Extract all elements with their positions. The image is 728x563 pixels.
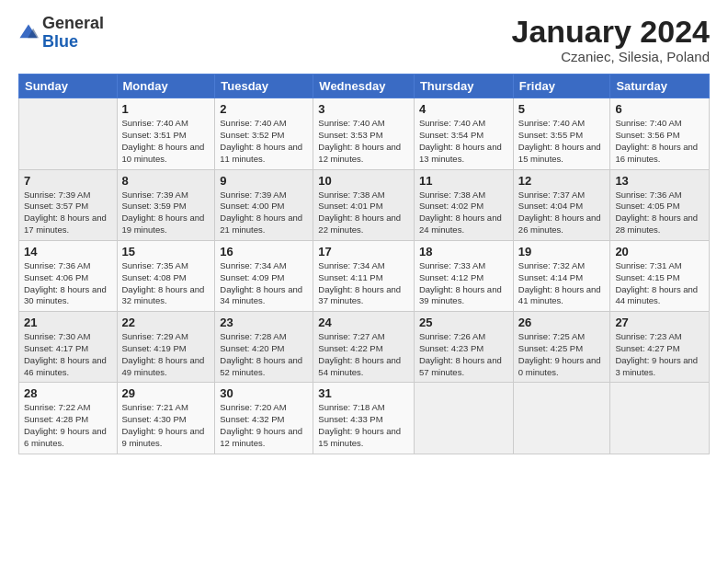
day-number: 18 bbox=[419, 245, 508, 259]
day-info: Sunrise: 7:29 AMSunset: 4:19 PMDaylight:… bbox=[122, 331, 210, 378]
table-row: 4Sunrise: 7:40 AMSunset: 3:54 PMDaylight… bbox=[414, 98, 513, 169]
day-number: 7 bbox=[24, 174, 112, 188]
table-row: 30Sunrise: 7:20 AMSunset: 4:32 PMDayligh… bbox=[215, 383, 313, 454]
day-info: Sunrise: 7:35 AMSunset: 4:08 PMDaylight:… bbox=[122, 260, 210, 307]
day-info: Sunrise: 7:40 AMSunset: 3:55 PMDaylight:… bbox=[518, 118, 606, 165]
day-info: Sunrise: 7:34 AMSunset: 4:09 PMDaylight:… bbox=[220, 260, 308, 307]
col-tuesday: Tuesday bbox=[215, 75, 313, 98]
day-info: Sunrise: 7:36 AMSunset: 4:05 PMDaylight:… bbox=[615, 190, 704, 236]
col-thursday: Thursday bbox=[414, 75, 513, 98]
col-friday: Friday bbox=[513, 75, 610, 98]
calendar-week-1: 1Sunrise: 7:40 AMSunset: 3:51 PMDaylight… bbox=[19, 98, 710, 169]
logo-general: General bbox=[42, 14, 104, 32]
table-row: 9Sunrise: 7:39 AMSunset: 4:00 PMDaylight… bbox=[215, 169, 313, 240]
col-wednesday: Wednesday bbox=[313, 75, 415, 98]
day-number: 6 bbox=[615, 102, 704, 116]
day-info: Sunrise: 7:30 AMSunset: 4:17 PMDaylight:… bbox=[24, 331, 112, 378]
calendar-header-row: Sunday Monday Tuesday Wednesday Thursday… bbox=[19, 75, 710, 98]
table-row: 28Sunrise: 7:22 AMSunset: 4:28 PMDayligh… bbox=[19, 383, 118, 454]
day-info: Sunrise: 7:23 AMSunset: 4:27 PMDaylight:… bbox=[615, 331, 704, 378]
day-info: Sunrise: 7:33 AMSunset: 4:12 PMDaylight:… bbox=[419, 260, 508, 307]
day-info: Sunrise: 7:36 AMSunset: 4:06 PMDaylight:… bbox=[24, 260, 112, 307]
location-subtitle: Czaniec, Silesia, Poland bbox=[512, 49, 711, 64]
day-number: 31 bbox=[318, 386, 409, 400]
day-number: 25 bbox=[419, 316, 508, 329]
day-info: Sunrise: 7:38 AMSunset: 4:02 PMDaylight:… bbox=[419, 190, 508, 236]
day-info: Sunrise: 7:40 AMSunset: 3:52 PMDaylight:… bbox=[220, 118, 308, 165]
day-number: 30 bbox=[220, 386, 308, 400]
logo: General Blue bbox=[18, 15, 104, 52]
logo-text: General Blue bbox=[42, 15, 104, 52]
table-row: 13Sunrise: 7:36 AMSunset: 4:05 PMDayligh… bbox=[610, 169, 710, 240]
col-sunday: Sunday bbox=[19, 75, 118, 98]
day-number: 1 bbox=[122, 102, 210, 116]
day-number: 2 bbox=[220, 102, 308, 116]
table-row: 20Sunrise: 7:31 AMSunset: 4:15 PMDayligh… bbox=[610, 240, 710, 311]
day-info: Sunrise: 7:40 AMSunset: 3:54 PMDaylight:… bbox=[419, 118, 508, 165]
day-number: 10 bbox=[318, 174, 409, 188]
day-number: 5 bbox=[518, 102, 606, 116]
day-number: 8 bbox=[122, 174, 210, 188]
day-info: Sunrise: 7:25 AMSunset: 4:25 PMDaylight:… bbox=[518, 331, 606, 378]
day-number: 27 bbox=[615, 316, 704, 329]
table-row: 21Sunrise: 7:30 AMSunset: 4:17 PMDayligh… bbox=[19, 312, 118, 383]
table-row: 7Sunrise: 7:39 AMSunset: 3:57 PMDaylight… bbox=[19, 169, 118, 240]
table-row: 16Sunrise: 7:34 AMSunset: 4:09 PMDayligh… bbox=[215, 240, 313, 311]
table-row: 15Sunrise: 7:35 AMSunset: 4:08 PMDayligh… bbox=[117, 240, 215, 311]
table-row: 23Sunrise: 7:28 AMSunset: 4:20 PMDayligh… bbox=[215, 312, 313, 383]
table-row: 2Sunrise: 7:40 AMSunset: 3:52 PMDaylight… bbox=[215, 98, 313, 169]
table-row: 5Sunrise: 7:40 AMSunset: 3:55 PMDaylight… bbox=[513, 98, 610, 169]
day-info: Sunrise: 7:37 AMSunset: 4:04 PMDaylight:… bbox=[518, 190, 606, 236]
day-number: 28 bbox=[24, 386, 112, 400]
day-number: 29 bbox=[122, 386, 210, 400]
day-number: 21 bbox=[24, 316, 112, 329]
day-number: 9 bbox=[220, 174, 308, 188]
day-number: 3 bbox=[318, 102, 409, 116]
day-number: 12 bbox=[518, 174, 606, 188]
day-number: 17 bbox=[318, 245, 409, 259]
table-row bbox=[610, 383, 710, 454]
day-number: 22 bbox=[122, 316, 210, 329]
day-number: 16 bbox=[220, 245, 308, 259]
day-info: Sunrise: 7:40 AMSunset: 3:56 PMDaylight:… bbox=[615, 118, 704, 165]
day-info: Sunrise: 7:26 AMSunset: 4:23 PMDaylight:… bbox=[419, 331, 508, 378]
day-info: Sunrise: 7:21 AMSunset: 4:30 PMDaylight:… bbox=[122, 402, 210, 449]
day-number: 11 bbox=[419, 174, 508, 188]
day-info: Sunrise: 7:39 AMSunset: 4:00 PMDaylight:… bbox=[220, 190, 308, 236]
header: General Blue January 2024 Czaniec, Siles… bbox=[18, 15, 710, 64]
day-info: Sunrise: 7:40 AMSunset: 3:51 PMDaylight:… bbox=[122, 118, 210, 165]
table-row: 17Sunrise: 7:34 AMSunset: 4:11 PMDayligh… bbox=[313, 240, 415, 311]
table-row: 12Sunrise: 7:37 AMSunset: 4:04 PMDayligh… bbox=[513, 169, 610, 240]
day-number: 19 bbox=[518, 245, 606, 259]
table-row: 14Sunrise: 7:36 AMSunset: 4:06 PMDayligh… bbox=[19, 240, 118, 311]
title-block: January 2024 Czaniec, Silesia, Poland bbox=[512, 15, 711, 64]
day-info: Sunrise: 7:39 AMSunset: 3:59 PMDaylight:… bbox=[122, 190, 210, 236]
table-row: 11Sunrise: 7:38 AMSunset: 4:02 PMDayligh… bbox=[414, 169, 513, 240]
day-info: Sunrise: 7:20 AMSunset: 4:32 PMDaylight:… bbox=[220, 402, 308, 449]
logo-blue: Blue bbox=[42, 32, 78, 51]
table-row bbox=[414, 383, 513, 454]
table-row: 1Sunrise: 7:40 AMSunset: 3:51 PMDaylight… bbox=[117, 98, 215, 169]
day-info: Sunrise: 7:28 AMSunset: 4:20 PMDaylight:… bbox=[220, 331, 308, 378]
day-number: 20 bbox=[615, 245, 704, 259]
day-info: Sunrise: 7:32 AMSunset: 4:14 PMDaylight:… bbox=[518, 260, 606, 307]
table-row: 10Sunrise: 7:38 AMSunset: 4:01 PMDayligh… bbox=[313, 169, 415, 240]
table-row: 25Sunrise: 7:26 AMSunset: 4:23 PMDayligh… bbox=[414, 312, 513, 383]
calendar-week-2: 7Sunrise: 7:39 AMSunset: 3:57 PMDaylight… bbox=[19, 169, 710, 240]
table-row: 26Sunrise: 7:25 AMSunset: 4:25 PMDayligh… bbox=[513, 312, 610, 383]
day-info: Sunrise: 7:39 AMSunset: 3:57 PMDaylight:… bbox=[24, 190, 112, 236]
day-number: 26 bbox=[518, 316, 606, 329]
table-row: 18Sunrise: 7:33 AMSunset: 4:12 PMDayligh… bbox=[414, 240, 513, 311]
calendar: Sunday Monday Tuesday Wednesday Thursday… bbox=[18, 74, 710, 454]
col-saturday: Saturday bbox=[610, 75, 710, 98]
day-number: 23 bbox=[220, 316, 308, 329]
day-info: Sunrise: 7:22 AMSunset: 4:28 PMDaylight:… bbox=[24, 402, 112, 449]
day-info: Sunrise: 7:38 AMSunset: 4:01 PMDaylight:… bbox=[318, 190, 409, 236]
calendar-week-5: 28Sunrise: 7:22 AMSunset: 4:28 PMDayligh… bbox=[19, 383, 710, 454]
calendar-week-3: 14Sunrise: 7:36 AMSunset: 4:06 PMDayligh… bbox=[19, 240, 710, 311]
table-row: 31Sunrise: 7:18 AMSunset: 4:33 PMDayligh… bbox=[313, 383, 415, 454]
table-row: 19Sunrise: 7:32 AMSunset: 4:14 PMDayligh… bbox=[513, 240, 610, 311]
table-row: 27Sunrise: 7:23 AMSunset: 4:27 PMDayligh… bbox=[610, 312, 710, 383]
day-number: 13 bbox=[615, 174, 704, 188]
day-number: 4 bbox=[419, 102, 508, 116]
